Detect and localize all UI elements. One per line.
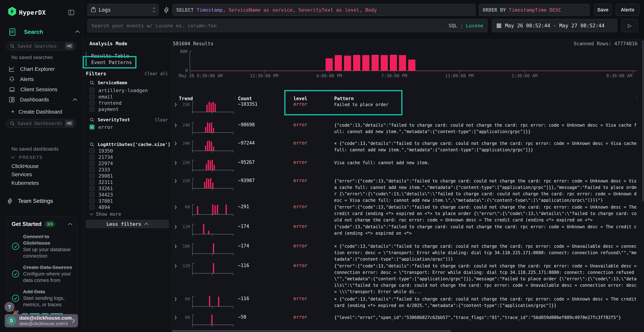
filter-option-label: 2333	[98, 167, 110, 172]
checkbox[interactable]	[90, 186, 94, 191]
checkbox[interactable]	[90, 88, 94, 93]
sidebar-item-search[interactable]: Search	[24, 28, 43, 35]
get-started-step[interactable]: Connect to ClickHouseSet up your databas…	[12, 234, 72, 259]
table-row[interactable]: ❯60~291error{"error":{"code":13,"details…	[172, 204, 644, 223]
show-more-link[interactable]: Show more	[90, 212, 121, 217]
sidebar-item-team-settings[interactable]: Team Settings	[6, 198, 53, 204]
spark-baseline	[192, 170, 234, 170]
date-range-picker[interactable]: May 26 08:52:44 - May 27 08:52:44	[492, 19, 617, 32]
filter-option[interactable]: 2333	[90, 166, 110, 172]
create-dashboard-button[interactable]: + Create Dashboard	[11, 108, 62, 115]
filter-option[interactable]: 4894	[90, 204, 110, 210]
clear-filter-link[interactable]: Clear	[155, 118, 168, 122]
checkbox[interactable]	[90, 205, 94, 210]
table-row[interactable]: ❯22K~93987error{"error":{"code":13,"deta…	[172, 178, 644, 204]
search-icon[interactable]	[90, 142, 94, 147]
run-query-button[interactable]: ▷	[622, 19, 638, 32]
table-row[interactable]: ❯24K~97244error× {"code":13,"details":"f…	[172, 140, 644, 159]
presets-toggle[interactable]: PRESETS	[11, 155, 43, 160]
table-row[interactable]: ❯22K~103351errorFailed to place order	[172, 102, 644, 119]
table-row[interactable]: ❯24K~98698error{"code":13,"details":"fai…	[172, 122, 644, 140]
get-started-step[interactable]: Create Data SourcesConfigure where your …	[12, 264, 72, 284]
clear-all-filters-link[interactable]: Clear all	[145, 71, 168, 76]
filter-option[interactable]: frontend	[90, 100, 122, 106]
checkbox-checked[interactable]: ✓	[90, 124, 94, 130]
table-row[interactable]: ❯60~58error{"level":"error","span_id":"5…	[172, 314, 644, 328]
preset-kubernetes[interactable]: Kubernetes	[12, 180, 39, 186]
filter-option[interactable]: artillery-loadgen	[90, 87, 148, 94]
sidebar-item-chart-explorer[interactable]: Chart Explorer	[8, 65, 77, 73]
checkbox[interactable]	[90, 167, 94, 172]
sidebar-collapse-icon[interactable]	[68, 9, 75, 16]
filter-option[interactable]: payment	[90, 106, 119, 112]
filter-option[interactable]: 32311	[90, 179, 113, 185]
saved-dashboards-input[interactable]: Saved Dashboards ⌘K	[6, 119, 76, 128]
date-range-value: May 26 08:52:44 - May 27 08:52:44	[505, 23, 604, 28]
select-keyword: SELECT	[176, 7, 194, 13]
preset-services[interactable]: Services	[12, 171, 32, 178]
filter-option[interactable]: email	[90, 94, 113, 100]
get-started-step[interactable]: Add DataStart sending logs, metrics, or …	[12, 288, 72, 308]
preset-clickhouse[interactable]: ClickHouse	[12, 163, 39, 169]
filter-option[interactable]: 21734	[90, 154, 113, 160]
filter-option[interactable]: 33261	[90, 185, 113, 192]
alerts-button[interactable]: Alerts	[616, 4, 639, 16]
saved-searches-input[interactable]: Saved Searches ⌘K	[6, 42, 76, 50]
checkbox[interactable]	[90, 106, 94, 112]
chevron-up-icon[interactable]	[68, 222, 72, 226]
sidebar-item-alerts[interactable]: Alerts	[8, 75, 77, 84]
spark-bar	[212, 183, 214, 188]
checkbox[interactable]	[90, 173, 94, 178]
filter-option[interactable]: 19350	[90, 148, 113, 154]
checkbox[interactable]	[90, 161, 94, 166]
less-filters-button[interactable]: Less filters	[86, 220, 169, 228]
save-button[interactable]: Save	[594, 4, 612, 16]
table-row[interactable]: ❯120~174error{"code":13,"details":"faile…	[172, 224, 644, 242]
language-toggle-lucene[interactable]: Lucene	[466, 23, 483, 28]
sidebar-item-dashboards[interactable]: Dashboards	[8, 95, 77, 104]
order-by-input[interactable]: ORDER BY TimestampTime DESC	[479, 4, 590, 16]
column-header-count[interactable]: Count	[238, 96, 252, 101]
table-row[interactable]: ❯120~116error{"error":{"code":13,"detail…	[172, 263, 644, 296]
checkbox[interactable]	[90, 192, 94, 197]
search-icon[interactable]	[90, 117, 94, 122]
column-header-trend[interactable]: Trend	[179, 96, 193, 101]
user-menu[interactable]: D dale@clickhouse.com dale@clickhouse.co…	[5, 314, 78, 327]
sidebar-item-client-sessions[interactable]: Client Sessions	[8, 85, 77, 94]
source-select[interactable]: Logs	[88, 4, 159, 16]
x-axis-tick	[460, 71, 460, 73]
level-cell: error	[294, 178, 307, 183]
checkbox[interactable]	[90, 148, 94, 153]
table-row[interactable]: ❯60~116error× {"code":13,"details":"fail…	[172, 296, 644, 314]
pattern-cell: {"code":13,"details":"failed to charge c…	[334, 122, 637, 135]
filter-panel: Analysis Mode Results TableEvent Pattern…	[83, 39, 172, 332]
table-row[interactable]: ❯22K~95267errorVisa cache full: cannot a…	[172, 160, 644, 178]
filter-option[interactable]: ✓error	[90, 124, 113, 130]
lucene-search-input[interactable]: Search your events w/ Lucene ex. column:…	[88, 19, 488, 32]
filter-option[interactable]: 37801	[90, 198, 113, 204]
column-drag-handle-icon[interactable]: ⋮	[233, 95, 237, 100]
checkbox[interactable]	[90, 100, 94, 105]
help-button[interactable]: ?	[4, 302, 14, 312]
column-menu-icon[interactable]: ⋮	[635, 95, 639, 100]
filter-option[interactable]: 34423	[90, 192, 113, 198]
filter-option[interactable]: 22974	[90, 160, 113, 166]
language-toggle-sql[interactable]: SQL	[448, 23, 457, 28]
search-icon[interactable]	[90, 80, 94, 85]
checkbox[interactable]	[90, 154, 94, 160]
horizontal-scrollbar[interactable]	[172, 330, 451, 332]
checkbox[interactable]	[90, 198, 94, 204]
source-settings-gear-icon[interactable]	[163, 6, 170, 14]
spark-bar	[208, 160, 209, 170]
scanned-rows-label: Scanned Rows: 47774816	[574, 41, 638, 46]
vertical-scrollbar[interactable]	[642, 40, 644, 202]
top-bar: Logs SELECT Timestamp, ServiceName as se…	[83, 0, 644, 39]
filter-option[interactable]: 29081	[90, 173, 113, 179]
table-row[interactable]: ❯180~174error× {"code":13,"details":"fai…	[172, 243, 644, 262]
checkbox[interactable]	[90, 180, 94, 184]
spark-baseline	[192, 112, 234, 112]
select-clause-input[interactable]: SELECT Timestamp, ServiceName as service…	[172, 4, 476, 16]
spark-y-axis	[192, 263, 193, 274]
checkbox[interactable]	[90, 94, 94, 99]
search-chevron-up-icon[interactable]	[75, 30, 80, 33]
